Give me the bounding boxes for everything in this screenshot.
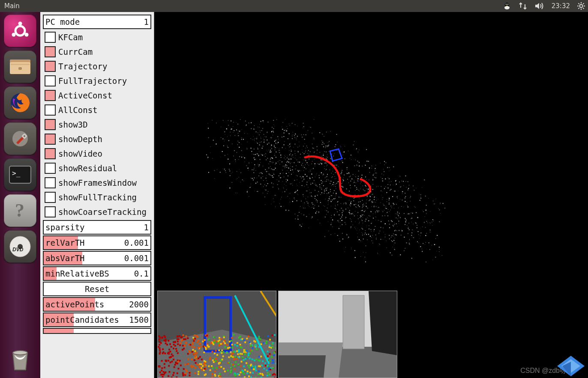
check-showvideo[interactable]: showVideo [43,146,151,161]
svg-rect-1407 [426,221,427,221]
checkbox-icon[interactable] [45,192,56,203]
checkbox-icon[interactable] [45,148,56,159]
svg-rect-1326 [273,162,273,163]
svg-rect-1307 [326,132,327,132]
svg-rect-118 [214,170,215,171]
launcher-help[interactable]: ? [4,194,36,227]
svg-rect-435 [411,212,411,213]
svg-rect-1111 [283,136,284,137]
network-icon[interactable] [518,2,528,10]
svg-rect-1367 [357,179,358,179]
reset-button[interactable]: Reset [43,282,151,296]
svg-rect-178 [350,176,351,176]
sparsity-field[interactable]: sparsity 1 [43,220,151,235]
launcher-files[interactable] [4,51,36,83]
svg-rect-109 [321,160,321,161]
launcher-terminal[interactable]: >_ [4,158,36,191]
svg-rect-1092 [423,211,424,212]
svg-rect-270 [266,175,267,176]
gear-icon[interactable] [577,2,585,10]
svg-rect-1511 [243,139,244,140]
launcher-firefox[interactable] [4,86,36,119]
svg-rect-728 [240,182,240,182]
launcher-dash[interactable] [4,15,36,47]
checkbox-icon[interactable] [45,90,56,101]
checkbox-icon[interactable] [45,177,56,188]
launcher-trash[interactable] [4,343,36,375]
check-allconst[interactable]: AllConst [43,103,151,117]
svg-rect-63 [275,140,276,141]
svg-rect-749 [268,163,269,164]
check-showfulltracking[interactable]: showFullTracking [43,190,151,205]
checkbox-icon[interactable] [45,119,56,130]
svg-rect-1358 [398,196,398,196]
absvarth-field[interactable]: absVarTH 0.001 [43,251,151,265]
svg-rect-705 [375,173,376,173]
launcher-dvd[interactable]: DVD [4,230,36,263]
check-showdepth[interactable]: showDepth [43,132,151,146]
svg-rect-1558 [372,235,373,236]
svg-rect-1568 [345,203,346,204]
svg-rect-1796 [272,367,274,369]
svg-rect-927 [315,185,315,185]
check-showresidual[interactable]: showResidual [43,161,151,176]
check-show3d[interactable]: show3D [43,117,151,132]
svg-rect-433 [300,154,301,155]
svg-rect-1552 [405,193,405,193]
svg-rect-1015 [258,127,258,127]
svg-rect-2075 [235,361,237,363]
svg-rect-372 [333,171,333,171]
activepoints-value: 2000 [129,300,149,309]
check-showcoarsetracking[interactable]: showCoarseTracking [43,205,151,219]
svg-rect-1847 [161,370,162,372]
checkbox-icon[interactable] [45,104,56,116]
svg-rect-2064 [231,337,233,339]
svg-rect-276 [251,186,251,187]
svg-rect-674 [395,243,396,244]
clock[interactable]: 23:32 [552,2,570,10]
svg-rect-1163 [409,229,410,230]
svg-rect-669 [263,176,263,177]
checkbox-icon[interactable] [45,163,56,174]
activepoints-field[interactable]: activePoints 2000 [43,297,151,312]
minrelativebs-field[interactable]: minRelativeBS 0.1 [43,266,151,281]
svg-rect-2047 [214,371,216,372]
svg-rect-2004 [185,342,187,343]
extra-field[interactable] [43,328,151,334]
check-currcam[interactable]: CurrCam [43,45,151,59]
checkbox-icon[interactable] [45,46,56,57]
check-activeconst[interactable]: ActiveConst [43,88,151,103]
volume-icon[interactable] [534,2,545,10]
svg-rect-339 [305,152,306,152]
svg-rect-264 [420,200,420,201]
svg-rect-2020 [199,356,201,358]
check-fulltrajectory[interactable]: FullTrajectory [43,74,151,88]
svg-rect-123 [286,182,287,182]
checkbox-icon[interactable] [45,75,56,86]
main-3d-view[interactable]: CSDN @zdb呀 [154,12,588,378]
pc-mode-field[interactable]: PC_mode 1 [43,15,151,29]
check-kfcam[interactable]: KFCam [43,30,151,45]
svg-rect-385 [411,235,412,236]
checkbox-icon[interactable] [45,32,56,43]
checkbox-icon[interactable] [45,206,56,217]
svg-rect-949 [331,217,332,218]
check-trajectory[interactable]: Trajectory [43,59,151,74]
relvarth-field[interactable]: relVarTH 0.001 [43,235,151,250]
svg-rect-1058 [286,173,287,174]
svg-rect-1463 [292,185,293,185]
svg-rect-888 [303,180,304,180]
video-view[interactable] [278,291,397,378]
svg-rect-1294 [356,187,357,188]
svg-rect-964 [275,143,276,143]
svg-rect-120 [261,137,261,137]
check-showframeswindow[interactable]: showFramesWindow [43,176,151,190]
svg-rect-1400 [354,250,355,251]
checkbox-icon[interactable] [45,61,56,72]
svg-rect-672 [223,120,223,121]
checkbox-icon[interactable] [45,134,56,145]
pointcandidates-field[interactable]: pointCandidates 1500 [43,313,151,327]
launcher-settings[interactable] [4,122,36,155]
svg-rect-1687 [246,338,248,339]
depth-view[interactable] [157,291,276,378]
